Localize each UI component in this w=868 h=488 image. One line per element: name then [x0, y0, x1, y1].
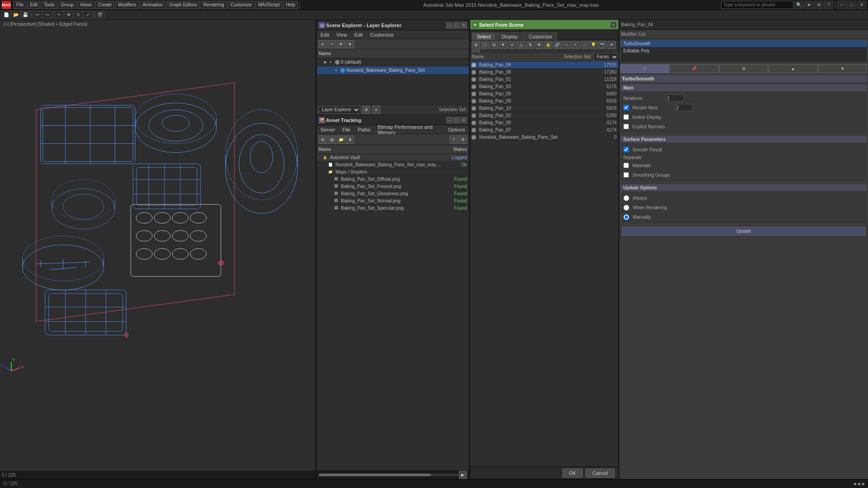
mod-tab-plus[interactable]: +: [620, 64, 669, 73]
sfs-geo[interactable]: △: [517, 41, 525, 49]
render-icon[interactable]: 🎬: [95, 11, 104, 19]
ts-manually-radio[interactable]: [623, 214, 629, 220]
at-menu-paths[interactable]: Paths: [356, 127, 372, 133]
sfs-lights[interactable]: 💡: [590, 41, 598, 49]
viewport-panel[interactable]: [+] [Perspective] [Shaded + Edged Faces]…: [0, 20, 316, 479]
sfs-group[interactable]: ▪: [562, 41, 571, 49]
sfs-row-pan03[interactable]: Baking_Pan_03 6176: [470, 83, 618, 90]
menu-rendering[interactable]: Rendering: [201, 1, 227, 9]
ts-surface-title[interactable]: Surface Parameters: [621, 136, 867, 143]
sfs-eye[interactable]: 👁: [535, 41, 543, 49]
at-row-file[interactable]: 📄 Nonstick_Bakeware_Baking_Pans_Set_max_…: [317, 161, 469, 169]
mod-editable-poly[interactable]: Editable Poly: [621, 47, 867, 55]
at-refresh-btn[interactable]: 🖥: [346, 136, 354, 144]
at-row-specular[interactable]: 🖼 Baking_Pan_Set_Specular.png Found: [317, 205, 469, 212]
ts-update-button[interactable]: Update: [622, 227, 865, 235]
le-menu-customize[interactable]: Customize: [368, 32, 396, 38]
search-icon[interactable]: 🔍: [794, 1, 803, 9]
ts-iterations-input[interactable]: 1: [666, 94, 684, 102]
at-db-btn[interactable]: ⊞: [319, 136, 327, 144]
sfs-filter[interactable]: ▼: [499, 41, 507, 49]
sfs-shapes[interactable]: ○: [580, 41, 589, 49]
maximize-icon[interactable]: □: [847, 1, 856, 9]
layer-explorer-close[interactable]: ✕: [461, 22, 467, 28]
bookmark-icon[interactable]: ★: [804, 1, 813, 9]
sfs-row-pan07[interactable]: Baking_Pan_07 4174: [470, 127, 618, 134]
sfs-cameras[interactable]: 📷: [599, 41, 607, 49]
select-icon[interactable]: ↖: [55, 11, 64, 19]
sfs-list-type[interactable]: ≡: [508, 41, 516, 49]
save-icon[interactable]: 💾: [21, 11, 30, 19]
sfs-link[interactable]: 🔗: [553, 41, 561, 49]
ts-render-iters-checkbox[interactable]: [623, 105, 629, 110]
rotate-icon[interactable]: ↻: [74, 11, 83, 19]
at-maximize[interactable]: □: [453, 117, 460, 123]
sfs-cancel-button[interactable]: Cancel: [585, 469, 614, 478]
at-help-btn[interactable]: ?: [450, 136, 458, 144]
sfs-row-set[interactable]: Nonstick_Bakeware_Baking_Pans_Set 0: [470, 134, 618, 141]
sfs-row-pan05[interactable]: Baking_Pan_05 6080: [470, 90, 618, 98]
menu-tools[interactable]: Tools: [41, 1, 57, 9]
mod-turbos mooth[interactable]: TurboSmooth: [621, 40, 867, 47]
le-list-btn[interactable]: ≡: [372, 106, 380, 114]
sfs-tab-select[interactable]: Select: [472, 33, 496, 40]
ts-always-radio[interactable]: [623, 195, 629, 201]
at-menu-file[interactable]: File: [340, 127, 352, 133]
at-minimize[interactable]: ─: [446, 117, 453, 123]
at-scrollbar-thumb[interactable]: [319, 474, 431, 476]
layer-explorer-minimize[interactable]: ─: [446, 22, 453, 28]
ts-isoline-checkbox[interactable]: [623, 114, 629, 120]
sfs-select-all[interactable]: ⊞: [472, 41, 480, 49]
menu-edit[interactable]: Edit: [27, 1, 40, 9]
asset-tracking-content[interactable]: 🔒 Autodesk Vault Logged 📄 Nonstick_Bakew…: [317, 154, 469, 470]
menu-scripting[interactable]: MAXScript: [255, 1, 282, 9]
layer-explorer-maximize[interactable]: □: [453, 22, 460, 28]
modifier-list[interactable]: TurboSmooth Editable Poly: [620, 40, 867, 62]
layer-explorer-dropdown[interactable]: Layer Explorer: [319, 106, 360, 114]
at-list-btn[interactable]: ▤: [328, 136, 336, 144]
move-icon[interactable]: ✥: [64, 11, 73, 19]
sfs-row-pan09[interactable]: Baking_Pan_09 5936: [470, 98, 618, 105]
close-icon[interactable]: ✕: [857, 1, 866, 9]
at-menu-options[interactable]: Options: [446, 127, 467, 133]
at-row-glossiness[interactable]: 🖼 Baking_Pan_Set_Glossiness.png Found: [317, 190, 469, 197]
at-row-vault[interactable]: 🔒 Autodesk Vault Logged: [317, 154, 469, 161]
ts-explicit-checkbox[interactable]: [623, 124, 629, 129]
help-icon[interactable]: ?: [824, 1, 833, 9]
layer-list[interactable]: ▶ ● 0 (default) ● Nonstick_Bakeware_Baki…: [317, 58, 469, 104]
mod-tab-down[interactable]: ▼: [818, 64, 867, 73]
le-settings-btn[interactable]: ⚙: [362, 106, 370, 114]
sfs-row-pan10[interactable]: Baking_Pan_10 5928: [470, 105, 618, 112]
at-scrollbar-track[interactable]: [319, 474, 459, 476]
le-menu-edit[interactable]: Edit: [319, 32, 331, 38]
sfs-invert[interactable]: ⊟: [490, 41, 498, 49]
sfs-lock[interactable]: 🔒: [544, 41, 552, 49]
sfs-close[interactable]: ✕: [610, 22, 617, 28]
at-menu-bitmap[interactable]: Bitmap Performance and Memory: [376, 124, 443, 136]
ts-when-rendering-radio[interactable]: [623, 205, 629, 211]
at-settings-btn[interactable]: ⚙: [459, 136, 467, 144]
layer-row-default[interactable]: ▶ ● 0 (default): [317, 58, 469, 66]
ts-main-title[interactable]: Main: [621, 84, 867, 91]
sfs-row-pan02[interactable]: Baking_Pan_02 5280: [470, 112, 618, 119]
layer-vis2-icon[interactable]: ●: [335, 68, 340, 72]
menu-help[interactable]: Help: [283, 1, 298, 9]
ts-smooth-result-checkbox[interactable]: [623, 147, 629, 152]
le-menu-view[interactable]: View: [335, 32, 349, 38]
at-close[interactable]: ✕: [461, 117, 467, 123]
at-row-fresnel[interactable]: 🖼 Baking_Pan_Set_Fresnel.png Found: [317, 183, 469, 190]
sfs-selection-set-dropdown[interactable]: Faces: [594, 53, 618, 61]
at-folder-btn[interactable]: 📁: [337, 136, 345, 144]
menu-animation[interactable]: Animation: [140, 1, 165, 9]
at-scroll-right[interactable]: ▶: [459, 471, 467, 479]
menu-modifiers[interactable]: Modifiers: [115, 1, 139, 9]
redo-icon[interactable]: ↪: [42, 11, 52, 19]
scale-icon[interactable]: ⤢: [83, 11, 92, 19]
at-menu-server[interactable]: Server: [319, 127, 337, 133]
sfs-select-none[interactable]: ☐: [481, 41, 489, 49]
menu-file[interactable]: File: [14, 1, 26, 9]
sfs-tab-display[interactable]: Display: [496, 33, 523, 40]
mod-tab-pin[interactable]: 📌: [670, 64, 718, 73]
ts-smoothing-checkbox[interactable]: [623, 172, 629, 178]
open-icon[interactable]: 📂: [11, 11, 20, 19]
